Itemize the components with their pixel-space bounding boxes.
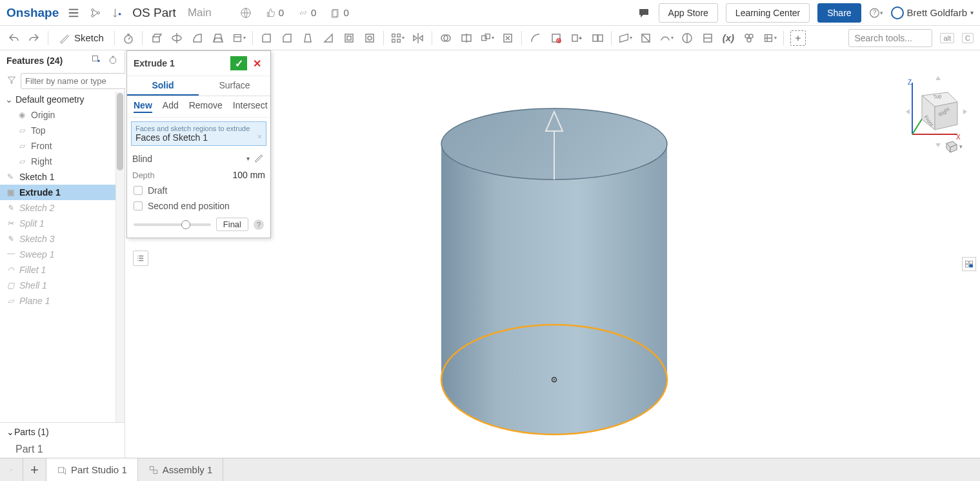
- rib-icon[interactable]: [321, 31, 335, 45]
- import-icon[interactable]: [742, 31, 756, 45]
- part-item[interactable]: Part 1: [0, 441, 125, 458]
- scrollbar[interactable]: [115, 92, 125, 422]
- clear-selection-icon[interactable]: ×: [257, 132, 262, 141]
- split-icon[interactable]: [459, 31, 474, 45]
- chamfer-icon[interactable]: [280, 31, 294, 45]
- fillet-icon[interactable]: [259, 31, 274, 45]
- app-logo[interactable]: Onshape: [6, 6, 59, 20]
- parts-header[interactable]: ⌄Parts (1): [0, 422, 125, 441]
- mirror-icon[interactable]: [411, 31, 425, 45]
- sketch-button[interactable]: Sketch: [55, 32, 108, 44]
- menu-icon[interactable]: [66, 6, 81, 20]
- share-button[interactable]: Share: [817, 3, 861, 23]
- op-new[interactable]: New: [134, 100, 152, 113]
- draft-checkbox[interactable]: Draft: [127, 183, 270, 198]
- shell-icon[interactable]: [342, 31, 356, 45]
- undo-icon[interactable]: [6, 31, 21, 45]
- extrude-icon[interactable]: [149, 31, 163, 45]
- sheet-metal-icon[interactable]: [701, 31, 715, 45]
- draft-icon[interactable]: [301, 31, 315, 45]
- links-stat[interactable]: 0: [298, 7, 316, 18]
- confirm-button[interactable]: ✓: [230, 56, 247, 70]
- doc-workspace[interactable]: Main: [188, 6, 212, 19]
- feature-item[interactable]: 〰Sweep 1: [0, 247, 125, 262]
- comments-icon[interactable]: [637, 6, 651, 20]
- pattern-icon[interactable]: ▾: [390, 31, 405, 45]
- public-icon[interactable]: [240, 7, 252, 19]
- likes-stat[interactable]: 0: [266, 7, 284, 18]
- move-face-icon[interactable]: [570, 31, 584, 45]
- variable-icon[interactable]: (x): [721, 31, 735, 45]
- app-store-button[interactable]: App Store: [659, 3, 718, 23]
- dialog-title: Extrude 1: [134, 58, 175, 68]
- filter-input[interactable]: [21, 73, 138, 89]
- rollback-icon[interactable]: [108, 54, 118, 67]
- feature-item[interactable]: ▱Plane 1: [0, 293, 125, 309]
- plane-front[interactable]: ▱Front: [0, 138, 125, 154]
- op-add[interactable]: Add: [163, 100, 179, 113]
- config-panel-icon[interactable]: [962, 257, 976, 271]
- tab-part-studio[interactable]: Part Studio 1: [46, 458, 138, 481]
- redo-icon[interactable]: [27, 31, 41, 45]
- insert-icon[interactable]: [110, 6, 125, 20]
- hole-icon[interactable]: [363, 31, 377, 45]
- op-intersect[interactable]: Intersect: [233, 100, 268, 113]
- tab-manager-icon[interactable]: [0, 458, 23, 481]
- feature-item[interactable]: ✎Sketch 3: [0, 231, 125, 247]
- add-tab-icon[interactable]: +: [23, 458, 46, 481]
- feature-item[interactable]: ✂Split 1: [0, 216, 125, 231]
- custom-feature-icon[interactable]: +: [790, 30, 806, 46]
- modify-fillet-icon[interactable]: [528, 31, 543, 45]
- feature-item-selected[interactable]: ▣Extrude 1: [0, 185, 125, 200]
- feature-item[interactable]: ◠Fillet 1: [0, 262, 125, 278]
- version-graph-icon[interactable]: [88, 6, 103, 20]
- revolve-icon[interactable]: [170, 31, 184, 45]
- search-tools-input[interactable]: Search tools...: [848, 29, 932, 47]
- second-end-checkbox[interactable]: Second end position: [127, 198, 270, 214]
- opacity-slider[interactable]: [134, 223, 211, 226]
- selection-field[interactable]: Faces and sketch regions to extrude Face…: [131, 121, 266, 146]
- sweep-icon[interactable]: [190, 31, 205, 45]
- filter-icon[interactable]: [6, 75, 17, 88]
- plane-right[interactable]: ▱Right: [0, 154, 125, 169]
- curve-icon[interactable]: ▾: [659, 31, 674, 45]
- plane-top[interactable]: ▱Top: [0, 123, 125, 138]
- feature-item[interactable]: ▢Shell 1: [0, 278, 125, 293]
- section-icon[interactable]: [680, 31, 694, 45]
- tab-assembly[interactable]: Assembly 1: [138, 458, 224, 481]
- copies-stat[interactable]: 0: [330, 7, 348, 18]
- tab-solid[interactable]: Solid: [127, 76, 199, 96]
- stopwatch-icon[interactable]: [121, 31, 135, 45]
- replace-face-icon[interactable]: [590, 31, 605, 45]
- depth-field[interactable]: Depth 100 mm: [127, 167, 270, 183]
- svg-text:▾: ▾: [959, 143, 963, 150]
- plane-icon[interactable]: ▾: [618, 31, 632, 45]
- delete-face-icon[interactable]: [549, 31, 563, 45]
- dialog-help-icon[interactable]: ?: [254, 220, 264, 230]
- helix-icon[interactable]: [639, 31, 653, 45]
- feature-item[interactable]: ✎Sketch 2: [0, 200, 125, 216]
- default-geometry-folder[interactable]: ⌄Default geometry: [0, 92, 125, 107]
- boolean-icon[interactable]: [439, 31, 453, 45]
- cancel-button[interactable]: ✕: [250, 56, 264, 70]
- doc-title[interactable]: OS Part: [132, 6, 176, 20]
- delete-part-icon[interactable]: [501, 31, 515, 45]
- transform-icon[interactable]: ▾: [480, 31, 494, 45]
- user-menu[interactable]: Brett Goldfarb ▾: [891, 6, 974, 19]
- direction-icon[interactable]: [254, 152, 265, 165]
- derived-icon[interactable]: ▾: [763, 31, 777, 45]
- origin-item[interactable]: ◉Origin: [0, 107, 125, 123]
- learning-center-button[interactable]: Learning Center: [726, 3, 810, 23]
- end-type-dropdown[interactable]: Blind: [132, 154, 250, 164]
- add-feature-icon[interactable]: [91, 54, 101, 67]
- op-remove[interactable]: Remove: [189, 100, 223, 113]
- feature-item[interactable]: ✎Sketch 1: [0, 169, 125, 185]
- help-icon[interactable]: ? ▾: [869, 6, 883, 20]
- selection-list-icon[interactable]: [133, 251, 148, 266]
- svg-rect-59: [150, 466, 154, 470]
- view-cube[interactable]: Z X Top Front Right: [896, 63, 967, 154]
- thicken-icon[interactable]: ▾: [232, 31, 246, 45]
- tab-surface[interactable]: Surface: [199, 76, 270, 96]
- final-button[interactable]: Final: [216, 218, 248, 231]
- loft-icon[interactable]: [211, 31, 225, 45]
